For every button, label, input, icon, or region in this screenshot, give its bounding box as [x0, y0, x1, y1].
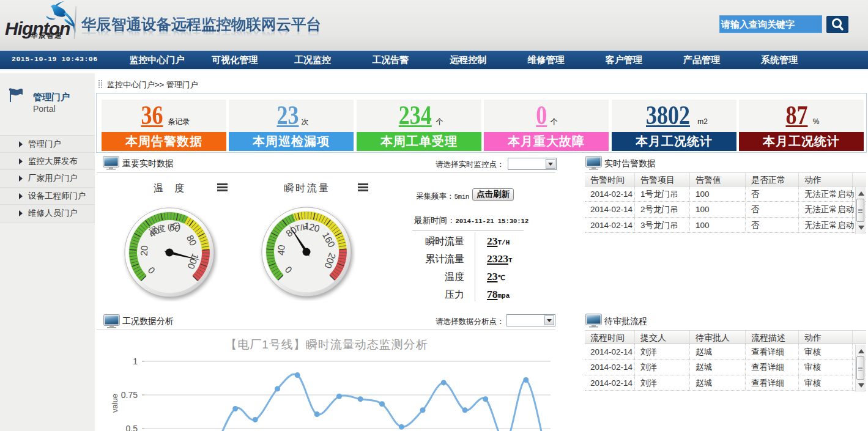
svg-text:20: 20 [139, 245, 150, 256]
svg-text:0.5: 0.5 [126, 424, 138, 431]
svg-text:value: value [110, 394, 119, 413]
svg-text:0.75: 0.75 [121, 390, 138, 400]
svg-text:40: 40 [276, 244, 287, 256]
svg-text:1: 1 [133, 356, 138, 366]
